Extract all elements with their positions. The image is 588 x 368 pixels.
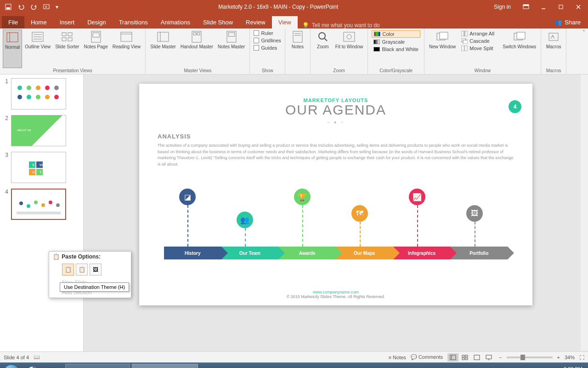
- chrome-icon[interactable]: [23, 364, 42, 368]
- svg-text:O: O: [32, 170, 35, 174]
- slide-canvas[interactable]: 4 MARKETOFY LAYOUTS OUR AGENDA ○ ● ○ ANA…: [139, 84, 532, 305]
- redo-icon[interactable]: [28, 1, 40, 12]
- svg-text:W: W: [40, 163, 43, 167]
- slide-thumb-4[interactable]: [11, 189, 66, 220]
- slide-thumb-3[interactable]: SWOT: [11, 152, 66, 183]
- handout-master-button[interactable]: Handout Master: [179, 29, 215, 68]
- svg-point-53: [54, 86, 59, 90]
- svg-rect-79: [465, 355, 468, 357]
- fit-slide-icon[interactable]: ⛶: [579, 355, 584, 360]
- comments-toggle[interactable]: 💬 Comments: [411, 354, 443, 360]
- start-button[interactable]: [2, 362, 21, 368]
- sign-in-link[interactable]: Sign in: [494, 4, 511, 10]
- fit-to-window-button[interactable]: Fit to Window: [334, 29, 365, 68]
- arrow-awards: Awards: [278, 247, 336, 259]
- arrow-team: Our Team: [221, 247, 279, 259]
- image-icon: 🖼: [466, 205, 483, 222]
- svg-text:T: T: [40, 170, 42, 174]
- share-icon: 👥: [554, 19, 562, 26]
- slide-master-button[interactable]: Slide Master: [148, 29, 178, 68]
- slide-thumbnail-panel: 1 2 3SWOT 4: [0, 75, 84, 351]
- tab-slideshow[interactable]: Slide Show: [197, 16, 239, 29]
- vertical-scrollbar[interactable]: [581, 75, 588, 351]
- switch-windows-button[interactable]: Switch Windows: [501, 29, 538, 68]
- close-button[interactable]: [571, 1, 585, 12]
- notes-page-button[interactable]: Notes Page: [82, 29, 109, 68]
- tab-design[interactable]: Design: [81, 16, 112, 29]
- tab-view[interactable]: View: [272, 16, 298, 29]
- chart-icon: 📈: [409, 189, 425, 205]
- start-from-beginning-icon[interactable]: [41, 1, 52, 12]
- collapse-ribbon-icon[interactable]: ˄: [582, 29, 585, 36]
- arrange-all-button[interactable]: Arrange All: [459, 30, 499, 37]
- group-window: Window: [427, 68, 538, 74]
- sorter-view-icon[interactable]: [459, 353, 470, 362]
- arrow-infographics: Infographics: [393, 247, 451, 259]
- tab-transitions[interactable]: Transitions: [113, 16, 154, 29]
- tell-me-input[interactable]: 💡 Tell me what you want to do: [298, 22, 548, 29]
- tab-animations[interactable]: Animations: [154, 16, 197, 29]
- grayscale-mode-button[interactable]: Grayscale: [372, 39, 420, 45]
- slide-thumb-2[interactable]: [11, 115, 66, 146]
- undo-icon[interactable]: [16, 1, 27, 12]
- zoom-level[interactable]: 34%: [565, 355, 575, 360]
- svg-point-55: [27, 95, 31, 99]
- save-icon[interactable]: [3, 1, 14, 12]
- excel-icon[interactable]: X: [44, 364, 63, 368]
- ribbon-display-icon[interactable]: [519, 1, 533, 12]
- system-tray[interactable]: ▴ 3:20 PM 4/8/2017: [556, 366, 586, 368]
- maximize-button[interactable]: [554, 1, 568, 12]
- move-split-button[interactable]: Move Split: [459, 45, 499, 52]
- tab-file[interactable]: File: [2, 16, 24, 29]
- qat-dropdown-icon[interactable]: ▾: [54, 1, 60, 12]
- group-presentation-views: Presentation Views: [3, 68, 142, 74]
- slide-sorter-button[interactable]: Slide Sorter: [53, 29, 81, 68]
- gridlines-checkbox[interactable]: Gridlines: [254, 38, 281, 43]
- paste-keep-source-button[interactable]: 📋: [76, 264, 88, 276]
- zoom-out-button[interactable]: −: [499, 355, 502, 360]
- reading-view-icon[interactable]: [471, 353, 482, 362]
- spellcheck-icon[interactable]: 📖: [34, 354, 40, 360]
- group-show: Show: [253, 68, 282, 74]
- cube-icon: ◪: [179, 189, 196, 205]
- group-color-grayscale: Color/Grayscale: [371, 68, 421, 74]
- slideshow-view-icon[interactable]: [483, 353, 494, 362]
- svg-point-36: [347, 34, 351, 39]
- svg-point-70: [27, 204, 30, 208]
- lightbulb-icon: 💡: [302, 22, 309, 29]
- zoom-slider[interactable]: [507, 356, 553, 358]
- task-simplicity[interactable]: PSIMPLICITY by S...: [65, 364, 130, 368]
- tab-home[interactable]: Home: [24, 16, 53, 29]
- tab-insert[interactable]: Insert: [53, 16, 81, 29]
- svg-rect-35: [344, 32, 355, 41]
- notes-button[interactable]: Notes: [288, 29, 307, 73]
- guides-checkbox[interactable]: Guides: [254, 45, 281, 51]
- group-macros: Macros: [544, 68, 563, 74]
- normal-view-icon[interactable]: [447, 353, 458, 362]
- normal-view-button[interactable]: Normal: [3, 29, 22, 68]
- cascade-button[interactable]: Cascade: [459, 38, 499, 44]
- slide-editor[interactable]: 4 MARKETOFY LAYOUTS OUR AGENDA ○ ● ○ ANA…: [84, 75, 588, 351]
- share-button[interactable]: 👥 Share: [547, 16, 588, 29]
- arrow-maps: Our Maps: [336, 247, 393, 259]
- trophy-icon: 🏆: [294, 189, 311, 205]
- outline-view-button[interactable]: Outline View: [23, 29, 52, 68]
- task-marketofy[interactable]: PMarketofy 2.0 - 16...: [132, 364, 198, 368]
- paste-destination-theme-button[interactable]: 📋: [62, 264, 74, 276]
- zoom-in-button[interactable]: +: [557, 355, 560, 360]
- slide-thumb-1[interactable]: [11, 78, 66, 109]
- minimize-button[interactable]: [537, 1, 550, 12]
- svg-rect-81: [465, 358, 468, 360]
- new-window-button[interactable]: New Window: [427, 29, 458, 68]
- notes-toggle[interactable]: ≡ Notes: [389, 355, 406, 360]
- ruler-checkbox[interactable]: Ruler: [254, 30, 281, 36]
- svg-rect-46: [517, 32, 525, 39]
- bw-mode-button[interactable]: Black and White: [372, 46, 420, 52]
- notes-master-button[interactable]: Notes Master: [216, 29, 247, 68]
- reading-view-button[interactable]: Reading View: [111, 29, 143, 68]
- color-mode-button[interactable]: Color: [372, 30, 420, 38]
- tab-review[interactable]: Review: [239, 16, 272, 29]
- paste-picture-button[interactable]: 🖼: [90, 264, 102, 276]
- macros-button[interactable]: Macros: [544, 29, 563, 68]
- zoom-button[interactable]: Zoom: [313, 29, 333, 68]
